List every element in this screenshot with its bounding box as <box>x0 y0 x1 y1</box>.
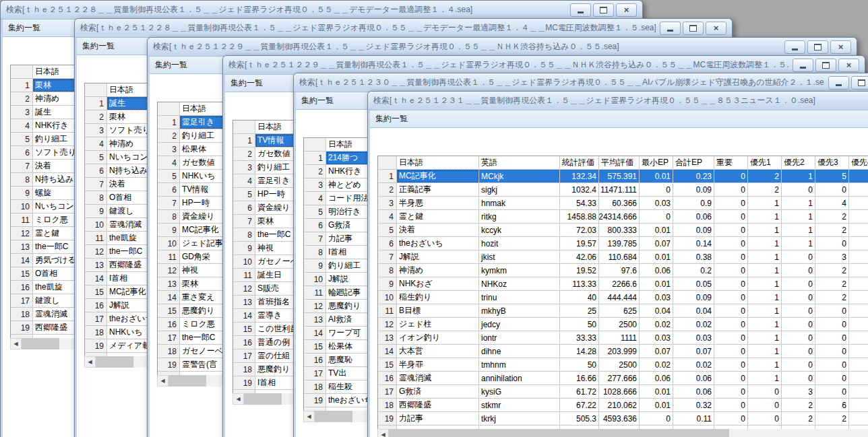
minimize-button[interactable] <box>784 40 805 54</box>
cell[interactable]: 0.01 <box>640 250 673 264</box>
row-number-cell[interactable]: 9 <box>85 205 107 218</box>
cell[interactable]: 139.785 <box>599 237 640 250</box>
row-number-cell[interactable]: 12 <box>304 300 326 313</box>
row-number-cell[interactable]: 10 <box>304 273 326 286</box>
cell[interactable]: 0.01 <box>640 170 673 183</box>
cell[interactable]: 0 <box>782 372 815 385</box>
row-number-cell[interactable]: 13 <box>85 259 107 272</box>
cell[interactable]: 1 <box>748 264 782 277</box>
row-number-cell[interactable]: 5 <box>85 151 107 164</box>
cell[interactable]: 0.01 <box>640 277 673 291</box>
cell[interactable]: 0 <box>714 412 748 426</box>
row-number-cell[interactable]: 8 <box>85 191 107 205</box>
row-number-cell[interactable]: 5 <box>158 170 180 183</box>
cell[interactable]: 67.22 <box>560 399 599 412</box>
cell[interactable]: 5 <box>815 170 849 183</box>
cell[interactable]: 1 <box>782 197 815 210</box>
cell[interactable]: 0.06 <box>673 210 714 224</box>
cell[interactable]: 1 <box>748 304 782 318</box>
cell[interactable]: NHKoz <box>479 277 560 291</box>
horizontal-scrollbar-thumb[interactable] <box>168 375 206 386</box>
row-number-cell[interactable]: 12 <box>11 227 33 240</box>
table-row[interactable]: 15半身罪tmhnm5025000.020.020100 <box>378 358 868 372</box>
cell[interactable]: 0 <box>714 277 748 291</box>
cell[interactable] <box>849 277 868 291</box>
row-number-cell[interactable]: 5 <box>11 133 33 146</box>
cell[interactable]: hozit <box>479 237 560 250</box>
scroll-left-button[interactable]: ◀ <box>84 356 96 368</box>
cell[interactable]: 0.07 <box>640 345 673 358</box>
row-number-cell[interactable]: 17 <box>158 331 180 345</box>
row-number-cell[interactable]: 7 <box>233 215 255 228</box>
cell[interactable] <box>849 264 868 277</box>
cell[interactable]: 0 <box>782 183 815 197</box>
cell[interactable]: 1 <box>782 237 815 250</box>
row-number-cell[interactable]: 2 <box>233 147 255 161</box>
cell[interactable] <box>849 318 868 331</box>
cell[interactable]: 203.999 <box>599 345 640 358</box>
row-number-cell[interactable]: 4 <box>158 156 180 170</box>
row-number-cell[interactable]: 1 <box>233 134 255 147</box>
row-number-cell[interactable]: 2 <box>85 110 107 124</box>
table-row[interactable]: 3半身悪hnmak54.3360.3660.030.90114 <box>378 197 868 210</box>
row-number-cell[interactable]: 12 <box>158 264 180 277</box>
cell[interactable]: 19.52 <box>560 264 599 277</box>
row-number-cell[interactable]: 19 <box>304 394 326 407</box>
cell[interactable]: 1 <box>782 170 815 183</box>
row-number-cell[interactable]: 2 <box>158 129 180 143</box>
table-row[interactable]: 12ジェド柱jedcy5025000.020.020100 <box>378 318 868 331</box>
cell[interactable]: 1 <box>748 331 782 345</box>
minimize-button[interactable] <box>660 22 681 35</box>
row-number-cell[interactable]: 18 <box>158 345 180 358</box>
cell[interactable]: 42.06 <box>560 250 599 264</box>
table-row[interactable]: 13イオン釣りiontr33.3311110.030.030100 <box>378 331 868 345</box>
cell[interactable]: 0 <box>782 318 815 331</box>
cell[interactable]: 0.01 <box>640 385 673 399</box>
cell[interactable]: 0 <box>815 237 849 250</box>
cell[interactable]: 1 <box>748 345 782 358</box>
cell[interactable]: 0 <box>782 277 815 291</box>
cell[interactable]: 277.666 <box>599 372 640 385</box>
horizontal-scrollbar-thumb[interactable] <box>22 338 59 349</box>
cell[interactable]: 0 <box>782 358 815 372</box>
cell[interactable]: 1458.88 <box>560 210 599 224</box>
cell[interactable]: 0 <box>815 385 849 399</box>
cell[interactable]: J解説 <box>397 250 479 264</box>
row-number-cell[interactable]: 6 <box>85 164 107 178</box>
row-number-cell[interactable]: 15 <box>304 340 326 354</box>
row-number-cell[interactable]: 4 <box>11 119 33 133</box>
cell[interactable] <box>849 183 868 197</box>
cell[interactable]: stkmr <box>479 399 560 412</box>
cell[interactable]: 0 <box>748 412 782 426</box>
cell[interactable]: 1 <box>748 277 782 291</box>
cell[interactable]: 0.01 <box>640 224 673 237</box>
table-row[interactable]: 7J解説jkist42.06110.6840.010.380103 <box>378 250 868 264</box>
cell[interactable]: ジェド柱 <box>397 318 479 331</box>
row-number-cell[interactable]: 4 <box>233 174 255 188</box>
table-row[interactable]: 2正義記事sigkj1032.411471.11100.090200 <box>378 183 868 197</box>
row-number-cell[interactable]: 3 <box>158 143 180 156</box>
cell[interactable]: 0.07 <box>673 345 714 358</box>
cell[interactable] <box>849 345 868 358</box>
cell[interactable]: 0.02 <box>673 318 714 331</box>
horizontal-scrollbar-thumb[interactable] <box>96 356 133 368</box>
close-button[interactable]: × <box>706 22 726 35</box>
cell[interactable]: 0.07 <box>640 237 673 250</box>
cell[interactable]: イオン釣り <box>397 331 479 345</box>
titlebar[interactable]: 検索[ｔｈｅ２５１２３１＿＿質量制御再現公表１．５＿＿ジェド霊界ラジオ再現０．５… <box>368 92 868 110</box>
cell[interactable]: 2 <box>815 224 849 237</box>
cell[interactable]: 0 <box>815 318 849 331</box>
cell[interactable]: 0.04 <box>640 304 673 318</box>
row-number-cell[interactable]: 13 <box>11 240 33 254</box>
row-number-cell[interactable]: 17 <box>378 385 397 399</box>
table-row[interactable]: 14大本営dihne14.28203.9990.070.070100 <box>378 345 868 358</box>
row-number-cell[interactable]: 1 <box>378 170 397 183</box>
cell[interactable] <box>849 224 868 237</box>
cell[interactable]: 1111 <box>599 331 640 345</box>
cell[interactable]: iontr <box>479 331 560 345</box>
cell[interactable]: 6 <box>815 399 849 412</box>
cell[interactable]: 2 <box>815 412 849 426</box>
row-number-cell[interactable]: 12 <box>233 282 255 296</box>
row-number-cell[interactable]: 9 <box>378 277 397 291</box>
cell[interactable]: 0.02 <box>640 318 673 331</box>
